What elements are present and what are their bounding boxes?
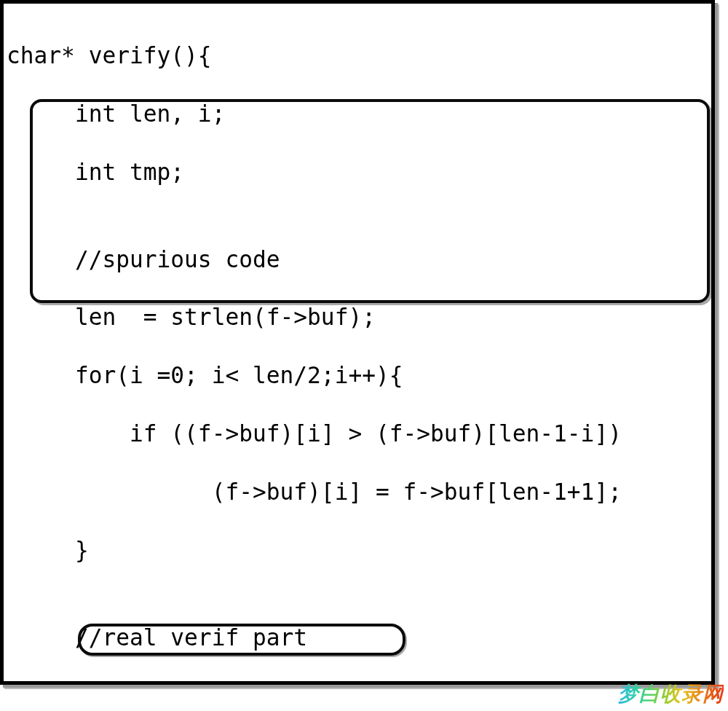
code-line: //spurious code (7, 245, 711, 275)
code-line: int len, i; (7, 100, 711, 129)
code-line: int tmp; (7, 158, 711, 187)
code-block: char* verify(){ int len, i; int tmp; //s… (4, 12, 711, 685)
code-line: } (7, 536, 711, 565)
code-line: char* verify(){ (7, 42, 711, 71)
code-line: for(i =0; i< len/2;i++){ (7, 361, 711, 390)
code-line: if ((f->buf)[i] > (f->buf)[len-1-i]) (7, 420, 711, 449)
code-line: (f->buf)[i] = f->buf[len-1+1]; (7, 478, 711, 507)
code-line: //real verif part (7, 624, 711, 653)
code-frame: char* verify(){ int len, i; int tmp; //s… (0, 0, 715, 685)
code-line: i=0; (7, 682, 711, 685)
code-line: len = strlen(f->buf); (7, 303, 711, 332)
